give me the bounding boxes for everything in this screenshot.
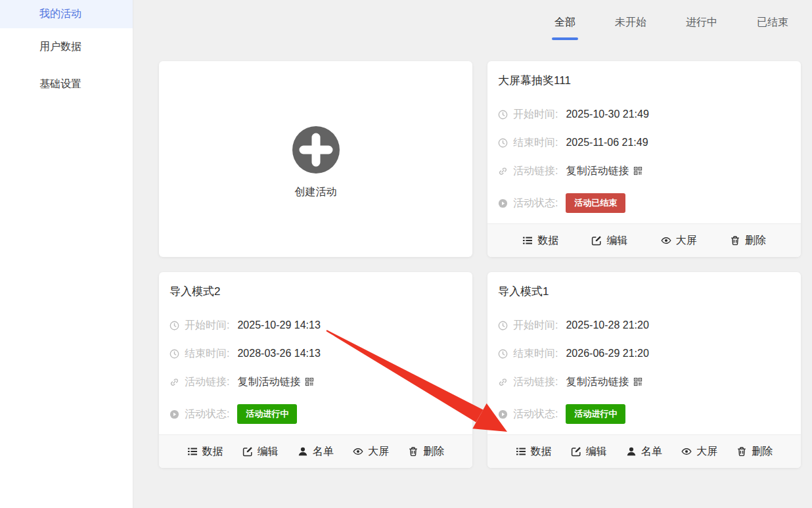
delete-button[interactable]: 删除 <box>408 445 444 459</box>
big-screen-button[interactable]: 大屏 <box>353 445 389 459</box>
action-label: 名单 <box>641 445 662 459</box>
card-actions: 数据 编辑 名单 大屏 删除 <box>487 434 801 468</box>
edit-icon <box>242 446 253 457</box>
tab-not-started[interactable]: 未开始 <box>615 16 646 40</box>
activity-link-label: 活动链接: <box>185 375 229 389</box>
end-time-value: 2025-11-06 21:49 <box>566 137 648 149</box>
action-label: 删除 <box>752 445 773 459</box>
start-time-label: 开始时间: <box>513 319 558 333</box>
trash-icon <box>736 446 747 457</box>
activity-title: 导入模式1 <box>498 284 790 299</box>
data-button[interactable]: 数据 <box>187 445 223 459</box>
activity-card: 导入模式1 开始时间: 2025-10-28 21:20 结束时间: 2026-… <box>487 272 801 468</box>
action-label: 编辑 <box>258 445 279 459</box>
activity-card: 导入模式2 开始时间: 2025-10-29 14:13 结束时间: 2028-… <box>159 272 472 468</box>
big-screen-button[interactable]: 大屏 <box>661 234 697 248</box>
eye-icon <box>353 446 363 457</box>
end-time-label: 结束时间: <box>185 347 229 361</box>
play-circle-icon <box>498 198 508 208</box>
big-screen-button[interactable]: 大屏 <box>681 445 717 459</box>
status-badge: 活动进行中 <box>566 404 625 424</box>
edit-button[interactable]: 编辑 <box>242 445 279 459</box>
sidebar: 我的活动 用户数据 基础设置 <box>0 0 133 508</box>
end-time-value: 2028-03-26 14:13 <box>237 348 320 359</box>
play-circle-icon <box>498 409 508 419</box>
start-time-value: 2025-10-29 14:13 <box>237 319 320 331</box>
name-list-button[interactable]: 名单 <box>298 445 334 459</box>
sidebar-item-basic-settings[interactable]: 基础设置 <box>0 66 133 103</box>
activity-title: 大屏幕抽奖111 <box>498 73 790 88</box>
qr-code-icon[interactable] <box>633 166 643 175</box>
start-time-value: 2025-10-30 21:49 <box>566 108 648 120</box>
end-time-row: 结束时间: 2025-11-06 21:49 <box>498 137 790 148</box>
data-button[interactable]: 数据 <box>522 234 558 248</box>
plus-circle-icon <box>292 126 340 173</box>
action-label: 大屏 <box>696 445 717 459</box>
link-icon <box>169 377 179 387</box>
activity-status-label: 活动状态: <box>513 196 558 210</box>
data-button[interactable]: 数据 <box>516 445 552 459</box>
start-time-value: 2025-10-28 21:20 <box>566 319 648 331</box>
qr-code-icon[interactable] <box>305 377 314 386</box>
qr-code-icon[interactable] <box>633 377 643 386</box>
card-actions: 数据 编辑 名单 大屏 删除 <box>159 434 472 468</box>
activity-title: 导入模式2 <box>169 284 462 299</box>
create-activity-card[interactable]: 创建活动 <box>159 61 472 257</box>
clock-icon <box>169 321 179 331</box>
activity-link-row: 活动链接: 复制活动链接 <box>498 377 790 387</box>
clock-icon <box>169 349 179 359</box>
start-time-row: 开始时间: 2025-10-30 21:49 <box>498 109 790 120</box>
end-time-value: 2026-06-29 21:20 <box>566 348 648 359</box>
activity-status-label: 活动状态: <box>513 407 558 421</box>
status-badge: 活动进行中 <box>237 404 297 424</box>
copy-activity-link[interactable]: 复制活动链接 <box>566 164 629 178</box>
delete-button[interactable]: 删除 <box>730 234 766 248</box>
link-icon <box>498 166 508 176</box>
end-time-label: 结束时间: <box>513 136 558 150</box>
clock-icon <box>498 138 508 148</box>
eye-icon <box>681 446 692 457</box>
sidebar-item-user-data[interactable]: 用户数据 <box>0 28 133 66</box>
delete-button[interactable]: 删除 <box>736 445 773 459</box>
activity-status-row: 活动状态: 活动进行中 <box>498 404 790 424</box>
copy-activity-link[interactable]: 复制活动链接 <box>566 375 629 389</box>
tab-ended[interactable]: 已结束 <box>757 16 788 40</box>
sidebar-item-label: 用户数据 <box>39 40 81 54</box>
sidebar-item-label: 基础设置 <box>39 78 81 91</box>
tab-label: 进行中 <box>686 16 717 28</box>
tab-in-progress[interactable]: 进行中 <box>686 16 717 40</box>
start-time-row: 开始时间: 2025-10-28 21:20 <box>498 320 790 331</box>
action-label: 删除 <box>745 234 766 248</box>
sidebar-item-label: 我的活动 <box>39 7 81 21</box>
start-time-label: 开始时间: <box>513 108 558 122</box>
activity-card-grid: 创建活动 大屏幕抽奖111 开始时间: 2025-10-30 21:49 结束时… <box>159 61 801 468</box>
card-actions: 数据 编辑 大屏 删除 <box>487 223 801 257</box>
end-time-row: 结束时间: 2028-03-26 14:13 <box>169 348 462 359</box>
action-label: 名单 <box>313 445 334 459</box>
action-label: 数据 <box>202 445 223 459</box>
tab-label: 全部 <box>554 16 575 28</box>
copy-activity-link[interactable]: 复制活动链接 <box>237 375 300 389</box>
activity-status-label: 活动状态: <box>185 407 229 421</box>
action-label: 数据 <box>537 234 558 248</box>
name-list-button[interactable]: 名单 <box>626 445 662 459</box>
edit-button[interactable]: 编辑 <box>571 445 607 459</box>
create-activity-label: 创建活动 <box>295 185 337 199</box>
action-label: 编辑 <box>586 445 607 459</box>
list-icon <box>516 446 526 457</box>
action-label: 大屏 <box>368 445 389 459</box>
activity-status-row: 活动状态: 活动进行中 <box>169 404 462 424</box>
clock-icon <box>498 321 508 331</box>
activity-card: 大屏幕抽奖111 开始时间: 2025-10-30 21:49 结束时间: 20… <box>487 61 801 257</box>
edit-button[interactable]: 编辑 <box>591 234 627 248</box>
clock-icon <box>498 349 508 359</box>
sidebar-item-my-activities[interactable]: 我的活动 <box>0 0 133 28</box>
edit-icon <box>591 235 602 246</box>
activity-link-row: 活动链接: 复制活动链接 <box>169 377 462 387</box>
action-label: 数据 <box>531 445 552 459</box>
status-badge: 活动已结束 <box>566 193 625 213</box>
activity-link-label: 活动链接: <box>513 164 558 178</box>
activity-link-label: 活动链接: <box>513 375 558 389</box>
tab-all[interactable]: 全部 <box>554 16 575 40</box>
trash-icon <box>730 235 740 246</box>
